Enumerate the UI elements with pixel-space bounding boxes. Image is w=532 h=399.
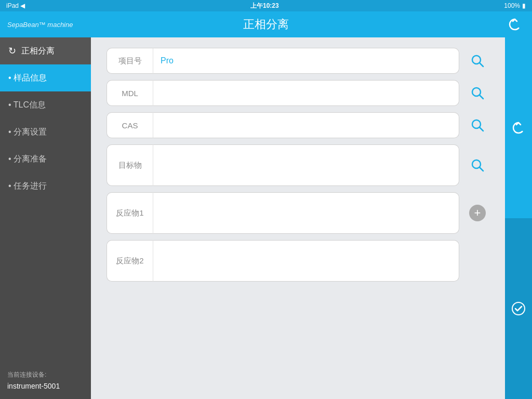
sidebar-item-separation[interactable]: • 分离设置 <box>0 118 91 145</box>
device-label: 当前连接设备: <box>7 370 84 380</box>
device-name: instrument-5001 <box>7 380 84 392</box>
search-button-project[interactable] <box>466 48 489 74</box>
status-bar: iPad ◀ 上午10:23 100% ▮ <box>0 0 532 11</box>
right-confirm-button[interactable] <box>505 218 532 399</box>
sidebar: ↻ 正相分离 • 样品信息 • TLC信息 • 分离设置 • 分离准备 • 任务… <box>0 37 91 399</box>
field-label-target: 目标物 <box>107 144 153 186</box>
search-button-target[interactable] <box>466 144 489 186</box>
field-label-mdl: MDL <box>107 80 153 106</box>
sidebar-item-tlc-label: • TLC信息 <box>8 100 46 111</box>
main-layout: ↻ 正相分离 • 样品信息 • TLC信息 • 分离设置 • 分离准备 • 任务… <box>0 37 532 399</box>
field-input-mdl[interactable] <box>153 80 459 106</box>
form-row-reactant2: 反应物2 <box>107 240 489 282</box>
search-button-cas[interactable] <box>466 112 489 138</box>
sidebar-item-tlc[interactable]: • TLC信息 <box>0 91 91 118</box>
field-label-cas: CAS <box>107 112 153 138</box>
sidebar-item-task-label: • 任务进行 <box>8 181 47 192</box>
right-back-button[interactable] <box>505 37 532 218</box>
field-input-project[interactable] <box>153 48 459 74</box>
sidebar-item-prep-label: • 分离准备 <box>8 154 47 165</box>
status-time: 上午10:23 <box>250 2 279 10</box>
form-row-target: 目标物 <box>107 144 489 186</box>
main-content: 项目号 MDL CAS <box>91 37 505 399</box>
title-bar: SepaBean™ machine 正相分离 <box>0 11 532 37</box>
sidebar-item-prep[interactable]: • 分离准备 <box>0 145 91 172</box>
field-input-target[interactable] <box>153 144 459 186</box>
title-back-button[interactable] <box>505 15 525 34</box>
svg-line-5 <box>480 127 483 131</box>
sidebar-item-main-label: 正相分离 <box>21 46 55 57</box>
form-row-mdl: MDL <box>107 80 489 106</box>
field-input-cas[interactable] <box>153 112 459 138</box>
right-panel <box>505 37 532 399</box>
field-input-reactant1[interactable] <box>153 192 459 234</box>
sidebar-device-info: 当前连接设备: instrument-5001 <box>0 363 91 399</box>
field-label-reactant1: 反应物1 <box>107 192 153 234</box>
ipad-label: iPad ◀ <box>6 2 25 9</box>
sidebar-item-separation-label: • 分离设置 <box>8 127 47 138</box>
svg-line-3 <box>480 95 483 99</box>
svg-point-8 <box>512 302 525 315</box>
svg-line-1 <box>480 63 483 66</box>
spacer-reactant2 <box>466 240 489 282</box>
refresh-icon: ↻ <box>8 45 16 57</box>
sidebar-item-main[interactable]: ↻ 正相分离 <box>0 37 91 64</box>
brand-label: SepaBean™ machine <box>7 21 73 29</box>
sidebar-item-sample[interactable]: • 样品信息 <box>0 64 91 91</box>
battery-icon: ▮ <box>522 2 526 9</box>
field-label-project: 项目号 <box>107 48 153 74</box>
field-input-reactant2[interactable] <box>153 240 459 282</box>
status-right: 100% ▮ <box>504 2 526 9</box>
sidebar-item-sample-label: • 样品信息 <box>8 73 47 84</box>
form-row-cas: CAS <box>107 112 489 138</box>
form-row-reactant1: 反应物1 + <box>107 192 489 234</box>
battery-label: 100% <box>504 2 520 9</box>
field-label-reactant2: 反应物2 <box>107 240 153 282</box>
form-row-project: 项目号 <box>107 48 489 74</box>
status-left: iPad ◀ <box>6 2 25 9</box>
search-button-mdl[interactable] <box>466 80 489 106</box>
add-button-reactant1[interactable]: + <box>466 192 489 234</box>
sidebar-item-task[interactable]: • 任务进行 <box>0 172 91 200</box>
page-title: 正相分离 <box>243 17 289 32</box>
svg-line-7 <box>480 167 483 171</box>
